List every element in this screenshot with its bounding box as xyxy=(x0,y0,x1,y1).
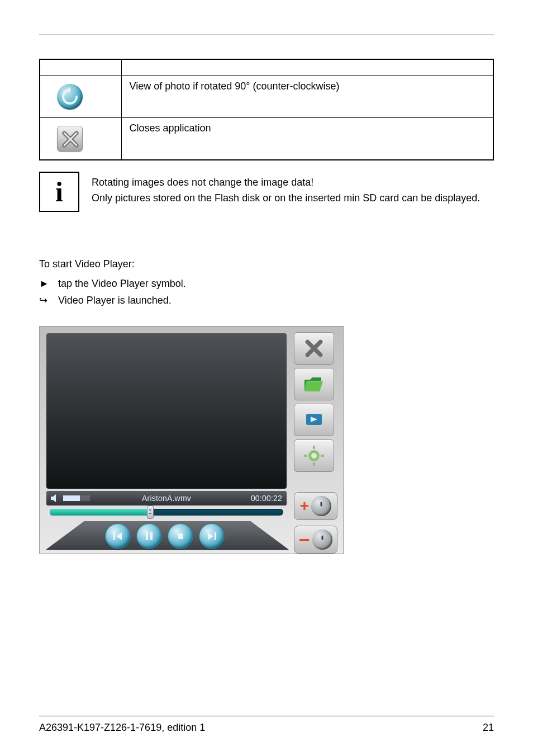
next-button[interactable] xyxy=(199,523,225,549)
knob-icon xyxy=(312,530,332,550)
svg-rect-14 xyxy=(321,455,324,457)
feature-text: View of photo if rotated 90° (counter-cl… xyxy=(121,76,493,118)
info-note: i Rotating images does not change the im… xyxy=(39,172,494,212)
open-file-button[interactable] xyxy=(294,368,334,400)
rotate-ccw-icon xyxy=(57,84,83,110)
seek-bar[interactable] xyxy=(50,509,283,516)
svg-marker-15 xyxy=(51,494,56,502)
volume-down-button[interactable]: − xyxy=(294,526,337,554)
svg-rect-13 xyxy=(304,455,307,457)
stop-icon xyxy=(174,530,187,542)
info-icon: i xyxy=(39,172,79,212)
feature-text: Closes application xyxy=(121,118,493,160)
svg-rect-20 xyxy=(178,533,183,539)
close-icon xyxy=(57,126,83,152)
stop-button[interactable] xyxy=(168,523,193,549)
svg-rect-16 xyxy=(113,532,115,540)
video-time: 00:00:22 xyxy=(251,494,282,503)
page-footer: A26391-K197-Z126-1-7619, edition 1 21 xyxy=(39,716,494,734)
skip-next-icon xyxy=(206,530,218,542)
svg-point-10 xyxy=(311,453,317,459)
svg-rect-11 xyxy=(313,446,315,449)
playlist-button[interactable] xyxy=(294,404,334,436)
info-line: Only pictures stored on the Flash disk o… xyxy=(92,191,480,206)
status-bar: AristonA.wmv 00:00:22 xyxy=(46,491,287,505)
close-button[interactable] xyxy=(294,332,334,365)
table-row: View of photo if rotated 90° (counter-cl… xyxy=(40,76,493,118)
svg-marker-17 xyxy=(116,532,122,540)
svg-marker-21 xyxy=(208,532,213,540)
plus-icon: + xyxy=(300,497,309,515)
close-icon xyxy=(304,338,324,358)
feature-table: View of photo if rotated 90° (counter-cl… xyxy=(39,59,494,160)
instruction-text: Video Player is launched. xyxy=(58,292,172,309)
seek-handle[interactable] xyxy=(147,505,154,519)
video-canvas xyxy=(46,333,287,489)
speaker-icon xyxy=(51,494,60,502)
knob-icon xyxy=(311,496,331,516)
video-filename: AristonA.wmv xyxy=(142,494,191,503)
instruction-text: tap the Video Player symbol. xyxy=(58,275,186,292)
info-line: Rotating images does not change the imag… xyxy=(92,175,480,191)
svg-rect-18 xyxy=(146,532,148,540)
instructions: To start Video Player: ► tap the Video P… xyxy=(39,256,494,309)
list-marker-arrow-icon: ↪ xyxy=(39,292,50,309)
folder-open-icon xyxy=(303,375,325,394)
settings-button[interactable] xyxy=(294,440,334,472)
page-top-rule xyxy=(39,35,494,35)
pause-button[interactable] xyxy=(136,523,162,549)
page-number: 21 xyxy=(483,722,494,734)
volume-up-button[interactable]: + xyxy=(294,492,337,520)
instructions-lead: To start Video Player: xyxy=(39,256,494,273)
skip-previous-icon xyxy=(112,530,124,542)
gear-icon xyxy=(303,445,325,466)
svg-rect-19 xyxy=(150,532,153,540)
pause-icon xyxy=(143,530,155,542)
svg-rect-22 xyxy=(215,532,216,540)
list-marker-play-icon: ► xyxy=(39,275,50,292)
volume-level-indicator xyxy=(63,495,90,501)
playlist-icon xyxy=(303,410,325,429)
previous-button[interactable] xyxy=(105,523,131,549)
instruction-item: ↪ Video Player is launched. xyxy=(39,292,494,309)
footer-left: A26391-K197-Z126-1-7619, edition 1 xyxy=(39,722,205,734)
table-row: Closes application xyxy=(40,118,493,160)
svg-rect-12 xyxy=(313,462,315,466)
seek-progress xyxy=(50,509,150,516)
video-player-screenshot: AristonA.wmv 00:00:22 xyxy=(39,326,344,554)
instruction-item: ► tap the Video Player symbol. xyxy=(39,275,494,292)
